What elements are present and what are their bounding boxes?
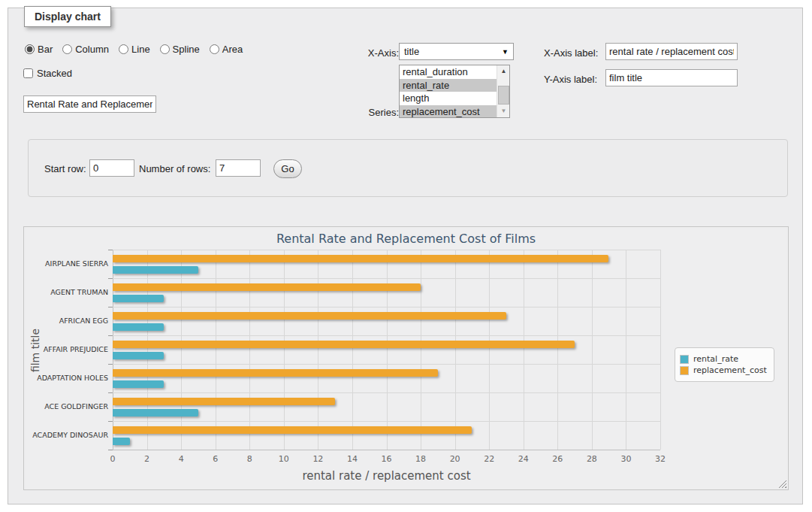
radio-label: Column xyxy=(75,44,109,55)
gridline xyxy=(318,250,318,450)
legend-item-rental_rate[interactable]: rental_rate xyxy=(680,354,767,364)
scrollbar-thumb[interactable] xyxy=(498,86,509,105)
number-of-rows-label: Number of rows: xyxy=(139,163,210,174)
x-tick-label: 20 xyxy=(450,454,460,464)
bar-replacement_cost xyxy=(113,426,472,434)
chart-title-input[interactable] xyxy=(23,95,156,113)
x-tick-label: 18 xyxy=(415,454,426,464)
series-select-label: Series: xyxy=(354,107,399,118)
category-label: AIRPLANE SIERRA xyxy=(24,260,108,268)
stacked-row: Stacked xyxy=(23,68,72,79)
gridline xyxy=(113,278,660,279)
series-options: rental_durationrental_ratelengthreplacem… xyxy=(400,65,497,117)
radio-label: Bar xyxy=(38,44,53,55)
legend-swatch-icon xyxy=(680,366,689,375)
legend-label: rental_rate xyxy=(693,354,738,364)
x-tick-label: 0 xyxy=(110,454,116,464)
category-label: ADAPTATION HOLES xyxy=(24,374,108,382)
gridline xyxy=(216,250,216,450)
x-axis-label-label: X-Axis label: xyxy=(544,47,598,59)
x-axis-select-label: X-Axis: xyxy=(354,47,399,59)
category-label: AGENT TRUMAN xyxy=(24,289,108,296)
row-range-panel: Start row: Number of rows: Go xyxy=(28,139,788,197)
stacked-label: Stacked xyxy=(37,68,72,79)
resize-handle-icon[interactable] xyxy=(778,480,786,488)
bar-replacement_cost xyxy=(113,283,421,291)
gridline xyxy=(352,250,353,450)
category-tick xyxy=(108,392,113,393)
series-option-rental_rate[interactable]: rental_rate xyxy=(400,79,497,92)
radio-bar[interactable] xyxy=(25,44,35,54)
y-axis-line xyxy=(113,250,113,450)
category-tick xyxy=(108,421,113,422)
category-label: AFFAIR PREJUDICE xyxy=(24,346,108,353)
x-axis-select[interactable]: title ▼ xyxy=(399,43,514,60)
category-tick xyxy=(108,335,113,336)
chevron-down-icon: ▼ xyxy=(502,48,509,56)
x-tick-label: 32 xyxy=(655,454,666,464)
bar-replacement_cost xyxy=(113,312,506,320)
gridline xyxy=(284,250,285,450)
chart-type-option-column[interactable]: Column xyxy=(62,44,109,55)
gridline xyxy=(592,250,593,450)
y-axis-label-input[interactable] xyxy=(605,69,738,86)
gridline xyxy=(113,392,660,393)
radio-label: Line xyxy=(131,44,150,55)
x-tick-label: 28 xyxy=(587,454,597,464)
legend-swatch-icon xyxy=(680,355,689,364)
scrollbar[interactable]: ▲ ▼ xyxy=(497,65,509,117)
radio-label: Area xyxy=(222,44,243,55)
gridline xyxy=(626,250,626,450)
go-button[interactable]: Go xyxy=(273,159,302,178)
x-tick-label: 26 xyxy=(552,454,563,464)
category-label: AFRICAN EGG xyxy=(24,317,108,325)
start-row-input[interactable] xyxy=(89,159,134,177)
series-multiselect[interactable]: rental_durationrental_ratelengthreplacem… xyxy=(399,65,510,118)
x-tick-label: 16 xyxy=(382,454,392,464)
series-option-rental_duration[interactable]: rental_duration xyxy=(400,65,497,79)
chart-type-option-area[interactable]: Area xyxy=(210,44,243,55)
bar-replacement_cost xyxy=(113,369,438,377)
radio-spline[interactable] xyxy=(160,44,170,54)
gridline xyxy=(113,421,660,422)
x-tick-label: 12 xyxy=(312,454,323,464)
chart-type-option-line[interactable]: Line xyxy=(119,44,150,55)
stacked-checkbox[interactable] xyxy=(23,68,33,78)
bar-rental_rate xyxy=(113,438,130,445)
radio-line[interactable] xyxy=(119,44,128,54)
chart-type-option-bar[interactable]: Bar xyxy=(25,44,53,55)
gridline xyxy=(249,250,250,450)
gridline xyxy=(455,250,456,450)
x-tick-label: 14 xyxy=(347,454,358,464)
category-tick xyxy=(108,364,113,365)
chart-legend: rental_ratereplacement_cost xyxy=(675,347,774,382)
bar-rental_rate xyxy=(113,323,164,331)
bar-replacement_cost xyxy=(113,398,335,405)
scroll-down-icon[interactable]: ▼ xyxy=(497,105,510,117)
gridline xyxy=(524,250,524,450)
series-option-replacement_cost[interactable]: replacement_cost xyxy=(400,105,497,118)
y-axis-label-label: Y-Axis label: xyxy=(544,74,597,85)
chart-type-option-spline[interactable]: Spline xyxy=(160,44,200,55)
gridline xyxy=(421,250,421,450)
x-tick-label: 4 xyxy=(179,454,184,464)
x-tick-label: 30 xyxy=(620,454,631,464)
legend-item-replacement_cost[interactable]: replacement_cost xyxy=(680,365,767,375)
category-tick xyxy=(108,450,113,450)
display-chart-panel: Display chart BarColumnLineSplineArea St… xyxy=(8,8,803,504)
chart-title: Rental Rate and Replacement Cost of Film… xyxy=(24,232,788,246)
radio-label: Spline xyxy=(173,44,200,55)
number-of-rows-input[interactable] xyxy=(216,159,261,177)
gridline xyxy=(660,250,661,450)
x-axis-line xyxy=(113,450,660,450)
scroll-up-icon[interactable]: ▲ xyxy=(497,65,510,77)
bar-rental_rate xyxy=(113,352,164,359)
gridline xyxy=(387,250,388,450)
series-option-length[interactable]: length xyxy=(400,92,497,105)
chart-x-axis-title: rental rate / replacement cost xyxy=(113,469,660,483)
radio-column[interactable] xyxy=(62,44,72,54)
gridline xyxy=(147,250,148,450)
x-axis-label-input[interactable] xyxy=(605,43,738,60)
radio-area[interactable] xyxy=(210,44,219,54)
legend-label: replacement_cost xyxy=(693,365,767,375)
